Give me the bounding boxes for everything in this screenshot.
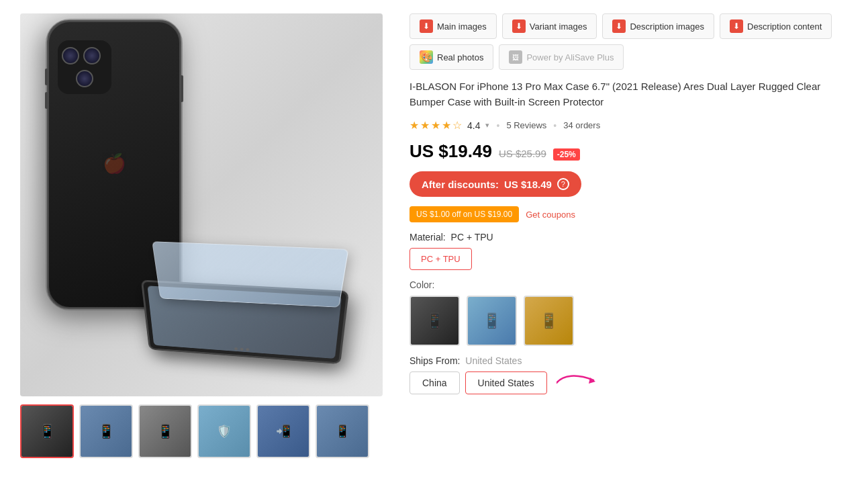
star-3: ★	[431, 119, 440, 132]
arrow-indicator	[557, 374, 597, 392]
price-section: US $19.49 US $25.99 -25%	[409, 141, 848, 162]
description-images-label: Description images	[630, 21, 704, 32]
star-4: ★	[442, 119, 451, 132]
material-label: Material: PC + TPU	[409, 232, 848, 243]
color-swatch-dark[interactable]: 📱	[409, 296, 460, 346]
thumbnail-2[interactable]: 📱	[79, 404, 133, 458]
description-images-button[interactable]: ⬇ Description images	[602, 13, 714, 39]
thumbnail-1[interactable]: 📱	[20, 404, 74, 458]
color-swatches: 📱 📱 📱	[409, 296, 848, 346]
pink-arrow-icon	[557, 374, 597, 392]
main-product-image: 🍎	[20, 13, 383, 396]
ships-chip-us[interactable]: United States	[465, 371, 547, 394]
product-info-panel: ⬇ Main images ⬇ Variant images ⬇ Descrip…	[409, 13, 848, 458]
thumbnail-strip: 📱 📱 📱 🛡️ 📲 📱	[20, 404, 383, 458]
coupon-row: US $1.00 off on US $19.00 Get coupons	[409, 206, 848, 222]
after-discount-price: US $18.49	[504, 179, 552, 190]
main-images-button[interactable]: ⬇ Main images	[409, 13, 497, 39]
get-coupons-link[interactable]: Get coupons	[526, 210, 575, 220]
variant-images-button[interactable]: ⬇ Variant images	[502, 13, 597, 39]
description-content-button[interactable]: ⬇ Description content	[720, 13, 832, 39]
thumbnail-3[interactable]: 📱	[138, 404, 192, 458]
star-2: ★	[420, 119, 430, 132]
product-image-panel: 🍎	[20, 13, 383, 458]
thumbnail-6[interactable]: 📱	[316, 404, 369, 458]
download-icon: ⬇	[420, 19, 433, 33]
after-discount-button[interactable]: After discounts: US $18.49 ?	[409, 171, 581, 197]
alisave-plus-button[interactable]: 🖼 Power by AliSave Plus	[499, 44, 624, 70]
variant-images-label: Variant images	[530, 21, 587, 32]
real-photos-label: Real photos	[437, 52, 483, 62]
ships-from-label: Ships From: United States	[409, 355, 848, 366]
action-toolbar: ⬇ Main images ⬇ Variant images ⬇ Descrip…	[409, 13, 848, 70]
thumbnail-4[interactable]: 🛡️	[197, 404, 251, 458]
download-icon-3: ⬇	[612, 19, 626, 33]
product-title: I-BLASON For iPhone 13 Pro Max Case 6.7"…	[409, 79, 848, 109]
ships-from-row: Ships From: United States China United S…	[409, 355, 848, 394]
alisave-icon: 🖼	[509, 50, 522, 64]
material-chip-pctpu[interactable]: PC + TPU	[409, 248, 472, 270]
color-swatch-gold[interactable]: 📱	[524, 296, 574, 346]
reviews-count: 5 Reviews	[506, 120, 546, 130]
rating-dropdown-icon[interactable]: ▾	[485, 121, 489, 130]
material-option: Material: PC + TPU PC + TPU	[409, 232, 848, 270]
ships-chip-china[interactable]: China	[409, 371, 460, 394]
rating-value: 4.4	[467, 120, 480, 131]
original-price: US $25.99	[499, 148, 546, 159]
color-option: Color: 📱 📱 📱	[409, 279, 848, 346]
discount-badge: -25%	[553, 148, 580, 161]
download-icon-2: ⬇	[512, 19, 526, 33]
coupon-badge: US $1.00 off on US $19.00	[409, 206, 519, 222]
material-chips: PC + TPU	[409, 248, 848, 270]
star-rating: ★ ★ ★ ★ ☆	[409, 119, 462, 132]
real-photos-button[interactable]: 🎨 Real photos	[409, 44, 493, 70]
rating-row: ★ ★ ★ ★ ☆ 4.4 ▾ • 5 Reviews • 34 orders	[409, 119, 848, 132]
after-discount-row: After discounts: US $18.49 ?	[409, 171, 848, 197]
star-half: ☆	[452, 119, 462, 132]
main-images-label: Main images	[437, 21, 487, 32]
colorful-icon: 🎨	[420, 50, 433, 64]
current-price: US $19.49	[409, 141, 492, 162]
ships-chips: China United States	[409, 371, 848, 394]
question-icon: ?	[557, 178, 569, 190]
alisave-label: Power by AliSave Plus	[526, 52, 614, 62]
color-label: Color:	[409, 279, 848, 290]
orders-count: 34 orders	[563, 120, 600, 130]
after-discount-label: After discounts:	[422, 179, 499, 190]
description-content-label: Description content	[747, 21, 822, 32]
star-1: ★	[409, 119, 419, 132]
color-swatch-blue[interactable]: 📱	[467, 296, 517, 346]
thumbnail-5[interactable]: 📲	[256, 404, 310, 458]
download-icon-4: ⬇	[730, 19, 743, 33]
